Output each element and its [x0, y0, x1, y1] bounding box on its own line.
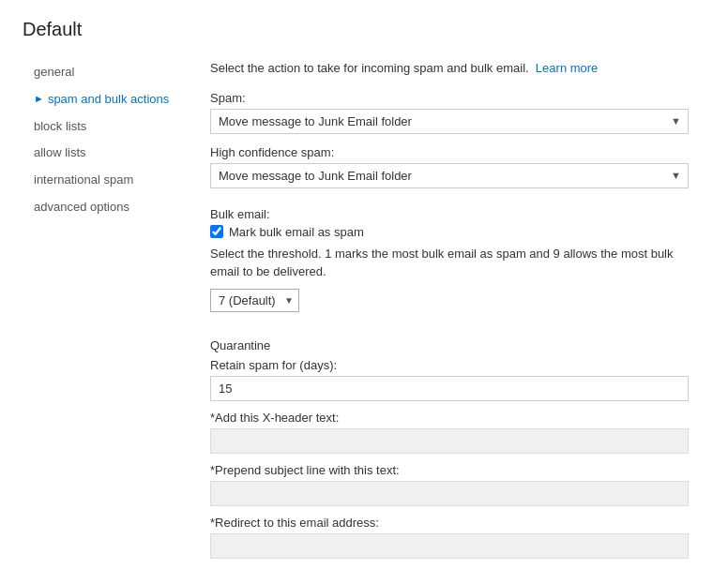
bulk-email-section: Bulk email: Mark bulk email as spam Sele…: [210, 207, 705, 312]
redirect-email-label: *Redirect to this email address:: [210, 516, 705, 530]
sidebar-item-label: international spam: [34, 171, 133, 190]
spam-select-wrapper: Move message to Junk Email folder Delete…: [210, 109, 689, 134]
prepend-subject-label: *Prepend subject line with this text:: [210, 463, 705, 477]
bulk-threshold-select-wrapper: 1 2 3 4 5 6 7 (Default) 8 9 ▼: [210, 289, 299, 312]
sidebar-item-label: advanced options: [34, 198, 129, 217]
sidebar-item-label: allow lists: [34, 143, 86, 163]
high-confidence-spam-label: High confidence spam:: [210, 145, 705, 159]
sidebar-item-allow-lists[interactable]: allow lists: [23, 140, 191, 167]
spam-select[interactable]: Move message to Junk Email folder Delete…: [210, 109, 689, 134]
bulk-email-label: Bulk email:: [210, 207, 705, 221]
arrow-icon: ►: [34, 91, 44, 108]
learn-more-link[interactable]: Learn more: [536, 61, 598, 75]
bulk-threshold-select[interactable]: 1 2 3 4 5 6 7 (Default) 8 9: [210, 289, 299, 312]
sidebar-item-label: general: [34, 63, 74, 82]
retain-spam-label: Retain spam for (days):: [210, 358, 705, 372]
page-container: Default general ► spam and bulk actions …: [0, 0, 728, 577]
prepend-subject-input[interactable]: [210, 481, 689, 506]
sidebar-item-international-spam[interactable]: international spam: [23, 167, 191, 194]
description-row: Select the action to take for incoming s…: [210, 59, 705, 78]
sidebar-item-general[interactable]: general: [23, 59, 191, 86]
bulk-checkbox-row: Mark bulk email as spam: [210, 225, 705, 239]
redirect-email-row: *Redirect to this email address:: [210, 516, 705, 559]
bulk-email-checkbox-label[interactable]: Mark bulk email as spam: [229, 225, 364, 239]
sidebar: general ► spam and bulk actions block li…: [23, 59, 201, 559]
spam-label: Spam:: [210, 91, 705, 105]
prepend-subject-row: *Prepend subject line with this text:: [210, 463, 705, 506]
page-title: Default: [23, 19, 705, 40]
quarantine-section: Quarantine Retain spam for (days): *Add …: [210, 338, 705, 559]
quarantine-title: Quarantine: [210, 338, 705, 352]
high-confidence-spam-select[interactable]: Move message to Junk Email folder Delete…: [210, 163, 689, 188]
layout: general ► spam and bulk actions block li…: [23, 59, 705, 559]
sidebar-item-label: block lists: [34, 117, 86, 137]
high-confidence-spam-select-wrapper: Move message to Junk Email folder Delete…: [210, 163, 689, 188]
bulk-threshold-description: Select the threshold. 1 marks the most b…: [210, 245, 689, 281]
x-header-row: *Add this X-header text:: [210, 411, 705, 454]
sidebar-item-block-lists[interactable]: block lists: [23, 113, 191, 141]
sidebar-item-spam-bulk[interactable]: ► spam and bulk actions: [23, 86, 191, 113]
x-header-label: *Add this X-header text:: [210, 411, 705, 425]
x-header-input[interactable]: [210, 428, 689, 454]
sidebar-item-label: spam and bulk actions: [48, 90, 169, 110]
retain-spam-input[interactable]: [210, 376, 689, 401]
redirect-email-input[interactable]: [210, 533, 689, 559]
bulk-email-checkbox[interactable]: [210, 225, 223, 238]
sidebar-item-advanced-options[interactable]: advanced options: [23, 194, 191, 221]
main-content: Select the action to take for incoming s…: [201, 59, 705, 559]
description-text: Select the action to take for incoming s…: [210, 61, 529, 75]
